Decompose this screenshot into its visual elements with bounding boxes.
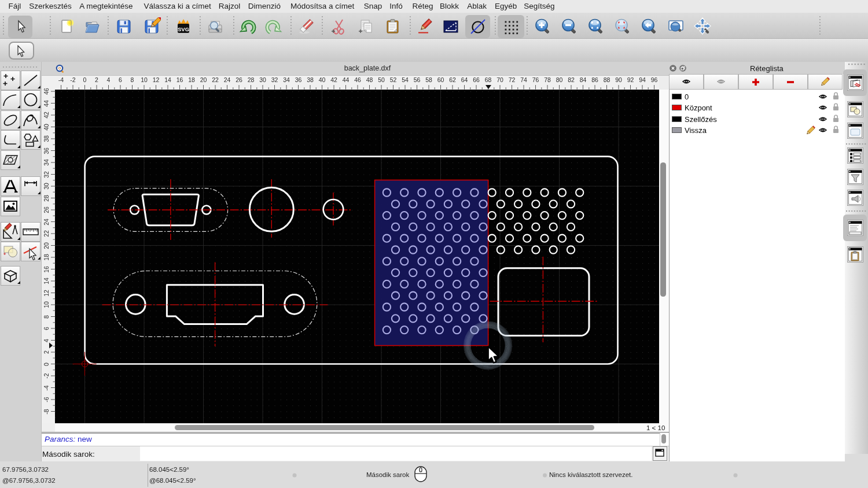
svg-text:SVG: SVG — [178, 26, 189, 32]
